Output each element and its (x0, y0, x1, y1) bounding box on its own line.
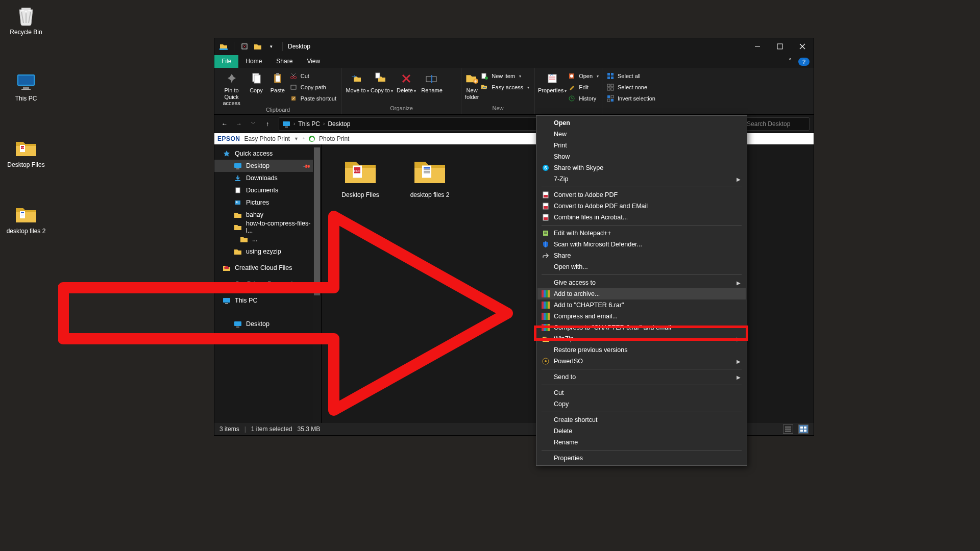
selectall-button[interactable]: Select all (605, 71, 657, 81)
edit-button[interactable]: Edit (567, 82, 601, 92)
help-button[interactable]: ? (798, 58, 810, 66)
tab-share[interactable]: Share (269, 55, 300, 68)
tab-home[interactable]: Home (238, 55, 269, 68)
context-menu-item[interactable]: Open (537, 117, 746, 129)
sidebar-folder-howto[interactable]: how-to-compress-files-l... (214, 221, 321, 233)
context-menu-item[interactable]: Create shortcut (537, 414, 746, 425)
selectnone-button[interactable]: Select none (605, 82, 657, 92)
sidebar-thispc[interactable]: This PC (214, 294, 321, 307)
context-menu-item[interactable]: Send to▶ (537, 371, 746, 383)
nav-forward-button[interactable]: → (233, 118, 245, 130)
sidebar-downloads[interactable]: Downloads (214, 172, 321, 184)
desktop-icon-folder-1[interactable]: PDF Desktop FIles (3, 137, 49, 169)
nav-recent-button[interactable]: ﹀ (247, 118, 259, 130)
history-button[interactable]: History (567, 93, 601, 104)
breadcrumb-root-icon[interactable]: › (282, 120, 295, 128)
delete-button[interactable]: Delete▾ (394, 70, 419, 94)
context-menu-item[interactable]: WinZip▶ (537, 333, 746, 344)
properties-button[interactable]: Properties▾ (538, 70, 567, 94)
titlebar[interactable]: ▾ Desktop (214, 38, 814, 55)
desktop-icon-folder-2[interactable]: desktop files 2 (3, 203, 49, 235)
qat-newfolder-icon[interactable] (253, 41, 263, 52)
maximize-button[interactable] (769, 38, 791, 55)
search-input[interactable]: Search Desktop (743, 117, 810, 131)
minimize-button[interactable] (746, 38, 769, 55)
sidebar-folder-bahay[interactable]: bahay (214, 209, 321, 221)
sidebar-pictures[interactable]: Pictures (214, 196, 321, 209)
file-item-folder-1[interactable]: PDF Desktop FIles (335, 153, 386, 198)
qat-properties-icon[interactable] (239, 41, 250, 52)
copy-button[interactable]: Copy (246, 70, 267, 94)
tab-view[interactable]: View (300, 55, 327, 68)
tab-file[interactable]: File (214, 55, 238, 68)
sidebar-desktop[interactable]: Desktop📌 (214, 160, 321, 172)
nav-up-button[interactable]: ↑ (261, 118, 274, 130)
breadcrumb-this-pc[interactable]: This PC› (298, 120, 325, 128)
sidebar-folder-ezyzip[interactable]: using ezyzip (214, 245, 321, 258)
context-menu-item[interactable]: Cut (537, 387, 746, 398)
context-menu-item[interactable]: Convert to Adobe PDF and EMail (537, 201, 746, 212)
open-button[interactable]: Open▾ (567, 71, 601, 81)
epson-brand: EPSON (217, 135, 240, 142)
context-menu-item[interactable]: Give access to▶ (537, 277, 746, 288)
context-menu-item[interactable]: Compress and email... (537, 311, 746, 322)
paste-button[interactable]: Paste (267, 70, 288, 94)
context-menu-item[interactable]: Convert to Adobe PDF (537, 189, 746, 201)
easyaccess-button[interactable]: Easy access▾ (479, 82, 531, 92)
context-menu-item[interactable]: PowerISO▶ (537, 356, 746, 367)
context-menu-item[interactable]: Share (537, 250, 746, 261)
sidebar-scrollbar[interactable] (313, 144, 321, 423)
copypath-button[interactable]: Copy path (288, 82, 338, 92)
context-menu-item[interactable]: Restore previous versions (537, 344, 746, 356)
context-menu-item[interactable]: 7-Zip▶ (537, 173, 746, 185)
epson-dropdown-icon[interactable]: ▼ (294, 136, 299, 141)
sidebar-documents[interactable]: Documents (214, 184, 321, 196)
view-details-button[interactable] (783, 424, 793, 434)
ribbon-collapse-icon[interactable]: ˄ (784, 55, 796, 68)
context-menu-item[interactable]: Rename (537, 437, 746, 448)
sidebar-folder-sub[interactable]: ... (214, 233, 321, 245)
context-menu-item[interactable]: New (537, 129, 746, 140)
status-selection: 1 item selected (251, 425, 292, 433)
close-button[interactable] (791, 38, 814, 55)
pin-quickaccess-button[interactable]: Pin to Quick access (217, 70, 246, 107)
epson-easy-print[interactable]: Easy Photo Print (244, 135, 290, 142)
context-menu-item[interactable]: Combine files in Acrobat... (537, 212, 746, 223)
nav-back-button[interactable]: ← (218, 118, 231, 130)
view-thumbnails-button[interactable] (798, 424, 808, 434)
desktop-icon-recycle-bin[interactable]: Recycle Bin (3, 4, 49, 36)
context-menu-item[interactable]: Show (537, 151, 746, 162)
invertselection-button[interactable]: Invert selection (605, 93, 657, 104)
context-menu-item[interactable]: Print (537, 140, 746, 151)
sidebar-creativecloud[interactable]: Creative Cloud Files (214, 262, 321, 274)
context-menu-item[interactable]: Properties (537, 453, 746, 464)
context-menu-item[interactable]: Compress to "CHAPTER 6.rar" and email (537, 322, 746, 333)
moveto-button[interactable]: Move to▾ (345, 70, 370, 94)
cut-button[interactable]: Cut (288, 71, 338, 81)
epson-photo-print[interactable]: Photo Print (319, 135, 349, 142)
context-menu-item[interactable]: Delete (537, 425, 746, 437)
desktop-icon-this-pc[interactable]: This PC (3, 70, 49, 103)
context-menu-item[interactable]: Edit with Notepad++ (537, 228, 746, 239)
pasteshortcut-button[interactable]: Paste shortcut (288, 93, 338, 104)
sidebar-onedrive[interactable]: OneDrive - Personal (214, 278, 321, 290)
def-icon (541, 240, 551, 248)
newfolder-button[interactable]: New folder (464, 70, 479, 100)
sidebar-quickaccess[interactable]: Quick access (214, 147, 321, 160)
qat-dropdown-icon[interactable]: ▾ (266, 41, 276, 52)
context-menu-item[interactable]: SShare with Skype (537, 162, 746, 173)
sidebar-thispc-documents[interactable]: Documents (214, 330, 321, 342)
rename-button[interactable]: Rename (419, 70, 445, 94)
context-menu-item[interactable]: Add to archive... (537, 288, 746, 299)
desktop-icon-label: Recycle Bin (3, 29, 49, 36)
context-menu-item[interactable]: Scan with Microsoft Defender... (537, 239, 746, 250)
svg-rect-48 (611, 95, 614, 98)
newitem-button[interactable]: New item▾ (479, 71, 531, 81)
copyto-button[interactable]: Copy to▾ (370, 70, 394, 94)
context-menu-item[interactable]: Copy (537, 398, 746, 410)
breadcrumb-desktop[interactable]: Desktop (328, 120, 350, 128)
context-menu-item[interactable]: Open with... (537, 261, 746, 272)
context-menu-item[interactable]: Add to "CHAPTER 6.rar" (537, 299, 746, 311)
sidebar-thispc-desktop[interactable]: Desktop (214, 318, 321, 330)
file-item-folder-2[interactable]: desktop files 2 (404, 153, 455, 198)
